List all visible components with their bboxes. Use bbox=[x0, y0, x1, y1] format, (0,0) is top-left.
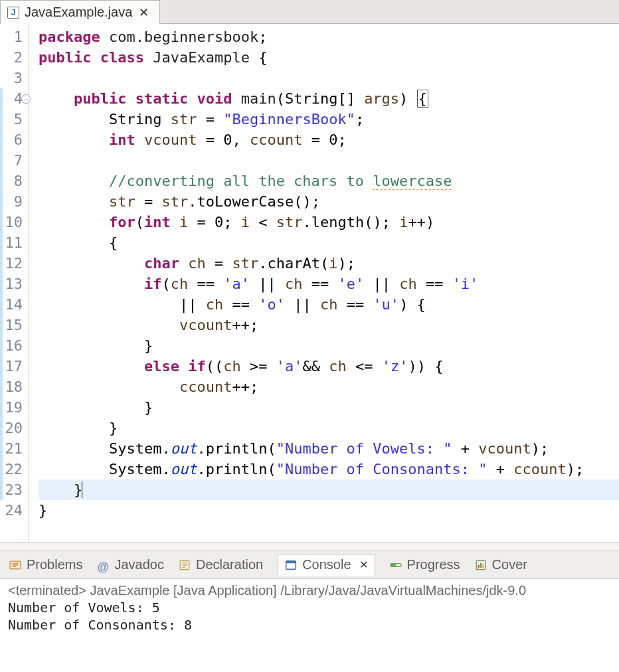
fold-toggle-icon[interactable]: – bbox=[21, 94, 31, 104]
line-number: 13 bbox=[0, 274, 23, 294]
coverage-icon bbox=[475, 559, 487, 571]
line-number: 24 bbox=[0, 500, 23, 521]
code-line[interactable]: } bbox=[39, 397, 619, 418]
line-number: 19 bbox=[0, 397, 23, 418]
view-tab-progress[interactable]: Progress bbox=[390, 557, 460, 572]
declaration-icon bbox=[179, 559, 191, 571]
code-line[interactable]: for(int i = 0; i < str.length(); i++) bbox=[39, 212, 619, 232]
close-icon[interactable]: ✕ bbox=[359, 558, 368, 571]
code-line[interactable]: } bbox=[39, 335, 619, 356]
line-number: 21 bbox=[0, 438, 23, 459]
line-number: 2 bbox=[0, 47, 23, 68]
code-line[interactable]: else if((ch >= 'a'&& ch <= 'z')) { bbox=[39, 356, 619, 377]
code-area[interactable]: package com.beginnersbook;public class J… bbox=[29, 24, 619, 542]
svg-rect-9 bbox=[482, 564, 484, 568]
view-tab-coverage[interactable]: Cover bbox=[475, 557, 527, 572]
code-line[interactable]: } bbox=[39, 500, 619, 521]
code-line[interactable]: package com.beginnersbook; bbox=[39, 27, 619, 47]
pane-separator[interactable] bbox=[0, 542, 619, 551]
line-number: 14 bbox=[0, 294, 23, 315]
line-number: 16 bbox=[0, 335, 23, 356]
console-output-line: Number of Vowels: 5 bbox=[8, 600, 611, 617]
line-number: 7 bbox=[0, 150, 23, 171]
line-number: 20 bbox=[0, 418, 23, 438]
view-tab-label: Progress bbox=[407, 557, 460, 572]
code-line[interactable]: if(ch == 'a' || ch == 'e' || ch == 'i' bbox=[39, 274, 619, 294]
view-tab-label: Problems bbox=[27, 557, 82, 572]
code-line[interactable]: str = str.toLowerCase(); bbox=[39, 191, 619, 212]
view-tab-label: Javadoc bbox=[114, 557, 164, 572]
problems-icon bbox=[9, 559, 21, 571]
view-tab-problems[interactable]: Problems bbox=[9, 557, 82, 572]
line-number: 4– bbox=[0, 88, 23, 109]
code-line[interactable]: String str = "BeginnersBook"; bbox=[39, 109, 619, 129]
editor-tab-label: JavaExample.java bbox=[25, 5, 132, 20]
code-editor[interactable]: 1234–56789101112131415161718192021222324… bbox=[0, 24, 619, 542]
line-number: 11 bbox=[0, 232, 23, 253]
code-line[interactable]: int vcount = 0, ccount = 0; bbox=[39, 129, 619, 150]
line-number: 8 bbox=[0, 171, 23, 191]
console-icon bbox=[285, 559, 297, 571]
line-number: 23 bbox=[0, 479, 23, 500]
code-line[interactable] bbox=[39, 68, 619, 88]
java-file-icon: J bbox=[7, 7, 19, 19]
code-line[interactable]: } bbox=[39, 479, 619, 500]
code-line[interactable]: public static void main(String[] args) { bbox=[39, 88, 619, 109]
code-line[interactable]: } bbox=[39, 418, 619, 438]
line-number: 9 bbox=[0, 191, 23, 212]
console-view: <terminated> JavaExample [Java Applicati… bbox=[0, 579, 619, 638]
code-line[interactable] bbox=[39, 150, 619, 171]
line-number: 17 bbox=[0, 356, 23, 377]
svg-rect-8 bbox=[480, 562, 481, 568]
code-line[interactable]: vcount++; bbox=[39, 315, 619, 335]
svg-rect-3 bbox=[286, 560, 296, 562]
code-line[interactable]: || ch == 'o' || ch == 'u') { bbox=[39, 294, 619, 315]
editor-tab[interactable]: J JavaExample.java ✕ bbox=[0, 0, 160, 24]
line-number: 10 bbox=[0, 212, 23, 232]
code-line[interactable]: { bbox=[39, 232, 619, 253]
code-line[interactable]: System.out.println("Number of Vowels: " … bbox=[39, 438, 619, 459]
line-number: 5 bbox=[0, 109, 23, 129]
view-tab-console[interactable]: Console✕ bbox=[278, 554, 375, 576]
line-number: 6 bbox=[0, 129, 23, 150]
close-icon[interactable]: ✕ bbox=[137, 5, 150, 20]
javadoc-icon: @ bbox=[97, 559, 109, 571]
svg-rect-5 bbox=[391, 563, 396, 566]
line-number-gutter: 1234–56789101112131415161718192021222324 bbox=[0, 24, 29, 542]
view-tab-label: Declaration bbox=[196, 557, 263, 572]
editor-tabbar: J JavaExample.java ✕ bbox=[0, 0, 619, 24]
console-output-line: Number of Consonants: 8 bbox=[8, 617, 611, 634]
view-tab-declaration[interactable]: Declaration bbox=[179, 557, 263, 572]
console-status: <terminated> JavaExample [Java Applicati… bbox=[8, 583, 611, 598]
view-tab-label: Cover bbox=[492, 557, 527, 572]
line-number: 3 bbox=[0, 68, 23, 88]
svg-rect-7 bbox=[478, 565, 479, 568]
progress-icon bbox=[390, 559, 402, 571]
views-tabbar: Problems@JavadocDeclarationConsole✕Progr… bbox=[0, 551, 619, 579]
view-tab-javadoc[interactable]: @Javadoc bbox=[97, 557, 164, 572]
code-line[interactable]: System.out.println("Number of Consonants… bbox=[39, 459, 619, 479]
line-number: 1 bbox=[0, 27, 23, 47]
line-number: 12 bbox=[0, 253, 23, 274]
code-line[interactable]: public class JavaExample { bbox=[39, 47, 619, 68]
line-number: 15 bbox=[0, 315, 23, 335]
code-line[interactable]: ccount++; bbox=[39, 377, 619, 397]
line-number: 18 bbox=[0, 377, 23, 397]
line-number: 22 bbox=[0, 459, 23, 479]
code-line[interactable]: char ch = str.charAt(i); bbox=[39, 253, 619, 274]
view-tab-label: Console bbox=[302, 557, 351, 572]
code-line[interactable]: //converting all the chars to lowercase bbox=[39, 171, 619, 191]
